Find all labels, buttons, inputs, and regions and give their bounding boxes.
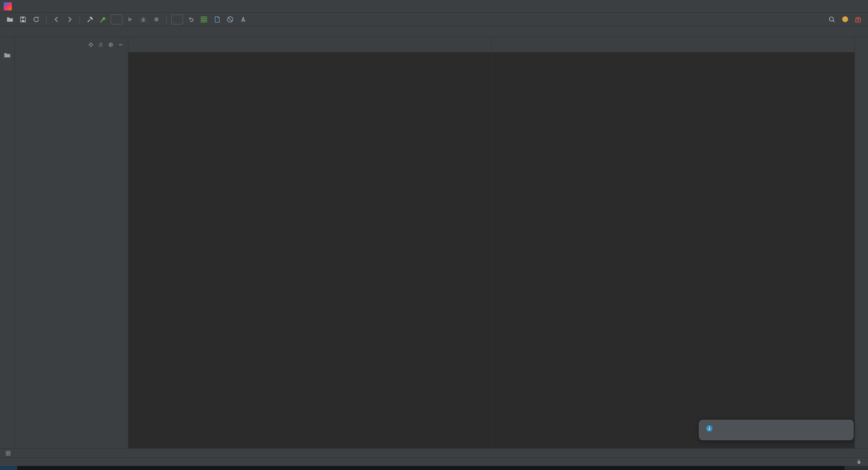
right-tool-stripe: [854, 37, 868, 448]
info-icon: [706, 425, 713, 432]
css-editor[interactable]: [491, 52, 854, 448]
project-tree: [15, 52, 128, 448]
minimize-button[interactable]: [807, 0, 827, 12]
idea-window: [0, 0, 868, 470]
notification-balloon[interactable]: [699, 420, 854, 440]
left-stripe-top: [4, 42, 11, 59]
run-configuration-select[interactable]: [111, 14, 123, 24]
left-tool-stripe: [0, 37, 15, 448]
right-editor-pane: [491, 37, 854, 448]
toolbar-divider: [80, 15, 80, 24]
folder-stripe-icon[interactable]: [4, 52, 11, 59]
title-bar: [0, 0, 868, 13]
notification-header: [706, 425, 847, 432]
taskbar-sliver: [0, 466, 868, 470]
less-editor[interactable]: [128, 52, 491, 448]
back-icon[interactable]: [51, 14, 62, 25]
main-toolbar: [0, 13, 868, 26]
debug-icon[interactable]: [138, 14, 149, 25]
toolbar-divider: [46, 15, 47, 24]
left-editor-pane: [128, 37, 491, 448]
tool-window-bar-left: [5, 451, 11, 456]
project-panel-header: [15, 37, 128, 52]
save-all-icon[interactable]: [18, 14, 28, 25]
forward-icon[interactable]: [64, 14, 75, 25]
right-editor-tabbar: [491, 37, 854, 52]
toolwindow-switcher-icon[interactable]: [5, 451, 11, 456]
toolbar-divider: [166, 15, 167, 24]
jrebel-select[interactable]: [171, 14, 183, 24]
main-area: [0, 37, 868, 448]
gift-promo-icon[interactable]: [853, 14, 863, 25]
coverage-grid-icon[interactable]: [198, 14, 209, 25]
stop-icon[interactable]: [151, 14, 162, 25]
rollback-icon[interactable]: [185, 14, 196, 25]
idea-logo-icon: [4, 2, 12, 10]
select-opened-file-icon[interactable]: [88, 42, 94, 47]
settings-gear-icon[interactable]: [108, 42, 113, 47]
status-bar-widgets: [813, 459, 862, 465]
close-button[interactable]: [848, 0, 868, 12]
update-indicator-icon[interactable]: [840, 14, 850, 25]
build-hammer-icon[interactable]: [85, 14, 95, 25]
tool-window-bar: [0, 448, 868, 457]
breadcrumb: [0, 26, 868, 37]
project-tool-window: [15, 37, 128, 448]
magic-wand-icon[interactable]: [98, 14, 108, 25]
open-icon[interactable]: [5, 14, 15, 25]
maximize-button[interactable]: [827, 0, 848, 12]
status-bar: [0, 457, 868, 466]
project-panel-actions: [88, 42, 123, 47]
collapse-all-icon[interactable]: [98, 42, 104, 47]
left-editor-tabbar: [128, 37, 491, 52]
run-icon[interactable]: [125, 14, 136, 25]
search-everywhere-icon[interactable]: [826, 14, 837, 25]
lock-icon[interactable]: [856, 459, 862, 465]
diff-page-icon[interactable]: [212, 14, 222, 25]
hide-panel-icon[interactable]: [118, 42, 123, 47]
translate-icon[interactable]: [238, 14, 249, 25]
synchronize-icon[interactable]: [31, 14, 42, 25]
suspend-icon[interactable]: [225, 14, 236, 25]
window-controls: [807, 0, 868, 12]
